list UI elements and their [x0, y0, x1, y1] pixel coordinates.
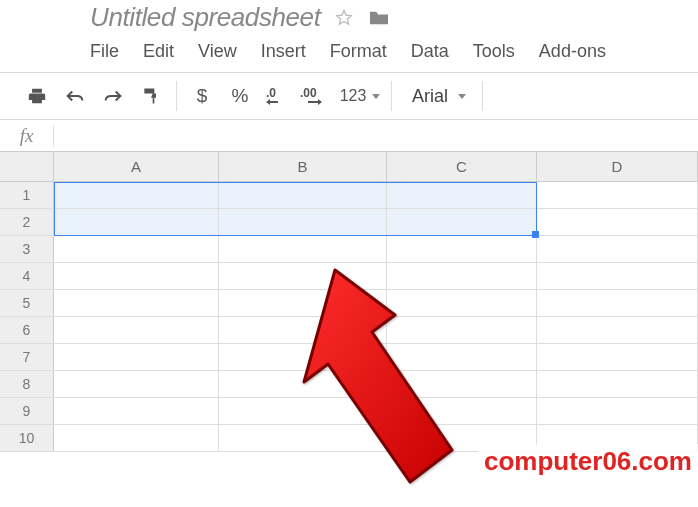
number-format-button[interactable]: 123 — [335, 79, 385, 113]
cell[interactable] — [537, 317, 698, 343]
separator — [176, 81, 177, 111]
separator — [482, 81, 483, 111]
row-header[interactable]: 6 — [0, 317, 54, 343]
cell[interactable] — [54, 398, 219, 424]
print-button[interactable] — [18, 79, 56, 113]
row-header[interactable]: 2 — [0, 209, 54, 235]
row-header[interactable]: 3 — [0, 236, 54, 262]
cell[interactable] — [54, 263, 219, 289]
col-header-a[interactable]: A — [54, 152, 219, 181]
row-header[interactable]: 9 — [0, 398, 54, 424]
cell[interactable] — [387, 182, 537, 208]
cell[interactable] — [219, 398, 387, 424]
star-icon[interactable] — [334, 8, 354, 28]
cell[interactable] — [537, 344, 698, 370]
currency-button[interactable]: $ — [183, 79, 221, 113]
undo-button[interactable] — [56, 79, 94, 113]
svg-text:.00: .00 — [300, 86, 317, 100]
paint-format-button[interactable] — [132, 79, 170, 113]
cell[interactable] — [219, 182, 387, 208]
cell[interactable] — [54, 344, 219, 370]
cell[interactable] — [387, 263, 537, 289]
cell[interactable] — [537, 290, 698, 316]
cell[interactable] — [219, 344, 387, 370]
cell[interactable] — [387, 317, 537, 343]
increase-decimal-button[interactable]: .00 — [297, 79, 335, 113]
cell[interactable] — [219, 209, 387, 235]
cell[interactable] — [387, 209, 537, 235]
cell[interactable] — [537, 209, 698, 235]
watermark: computer06.com — [478, 444, 698, 479]
cell[interactable] — [537, 371, 698, 397]
cell[interactable] — [537, 236, 698, 262]
cell[interactable] — [219, 425, 387, 451]
cell[interactable] — [219, 236, 387, 262]
menu-format[interactable]: Format — [330, 41, 387, 62]
cell[interactable] — [54, 290, 219, 316]
cell[interactable] — [387, 371, 537, 397]
cell[interactable] — [537, 263, 698, 289]
row-header[interactable]: 8 — [0, 371, 54, 397]
spreadsheet-grid[interactable]: A B C D 1 2 3 4 5 6 7 8 9 10 — [0, 152, 698, 452]
cell[interactable] — [54, 317, 219, 343]
folder-icon[interactable] — [368, 9, 390, 27]
menu-file[interactable]: File — [90, 41, 119, 62]
formula-bar: fx — [0, 120, 698, 152]
redo-button[interactable] — [94, 79, 132, 113]
menu-addons[interactable]: Add-ons — [539, 41, 606, 62]
row-header[interactable]: 10 — [0, 425, 54, 451]
font-name-label: Arial — [412, 86, 448, 107]
header: Untitled spreadsheet File Edit View Inse… — [0, 0, 698, 72]
row-header[interactable]: 1 — [0, 182, 54, 208]
toolbar: $ % .0 .00 123 Arial — [0, 72, 698, 120]
fx-label: fx — [0, 125, 54, 147]
cell[interactable] — [387, 344, 537, 370]
cell[interactable] — [54, 209, 219, 235]
cell[interactable] — [54, 236, 219, 262]
row-header[interactable]: 4 — [0, 263, 54, 289]
row-header[interactable]: 5 — [0, 290, 54, 316]
col-header-c[interactable]: C — [387, 152, 537, 181]
cell[interactable] — [387, 398, 537, 424]
cell[interactable] — [54, 182, 219, 208]
chevron-down-icon — [458, 94, 466, 99]
svg-text:.0: .0 — [266, 86, 276, 100]
formula-input[interactable] — [54, 120, 698, 151]
col-header-b[interactable]: B — [219, 152, 387, 181]
cell[interactable] — [54, 425, 219, 451]
cell[interactable] — [387, 236, 537, 262]
cell[interactable] — [54, 371, 219, 397]
menu-insert[interactable]: Insert — [261, 41, 306, 62]
cell[interactable] — [219, 290, 387, 316]
chevron-down-icon — [372, 94, 380, 99]
col-header-d[interactable]: D — [537, 152, 698, 181]
cell[interactable] — [537, 182, 698, 208]
font-selector[interactable]: Arial — [398, 86, 476, 107]
number-format-label: 123 — [340, 87, 367, 105]
cell[interactable] — [219, 263, 387, 289]
menu-edit[interactable]: Edit — [143, 41, 174, 62]
cell[interactable] — [219, 317, 387, 343]
select-all-corner[interactable] — [0, 152, 54, 181]
cell[interactable] — [387, 290, 537, 316]
cell[interactable] — [537, 398, 698, 424]
menu-data[interactable]: Data — [411, 41, 449, 62]
menu-view[interactable]: View — [198, 41, 237, 62]
menu-tools[interactable]: Tools — [473, 41, 515, 62]
document-title[interactable]: Untitled spreadsheet — [90, 2, 320, 33]
cell[interactable] — [219, 371, 387, 397]
percent-button[interactable]: % — [221, 79, 259, 113]
decrease-decimal-button[interactable]: .0 — [259, 79, 297, 113]
menu-bar: File Edit View Insert Format Data Tools … — [90, 33, 698, 72]
separator — [391, 81, 392, 111]
row-header[interactable]: 7 — [0, 344, 54, 370]
